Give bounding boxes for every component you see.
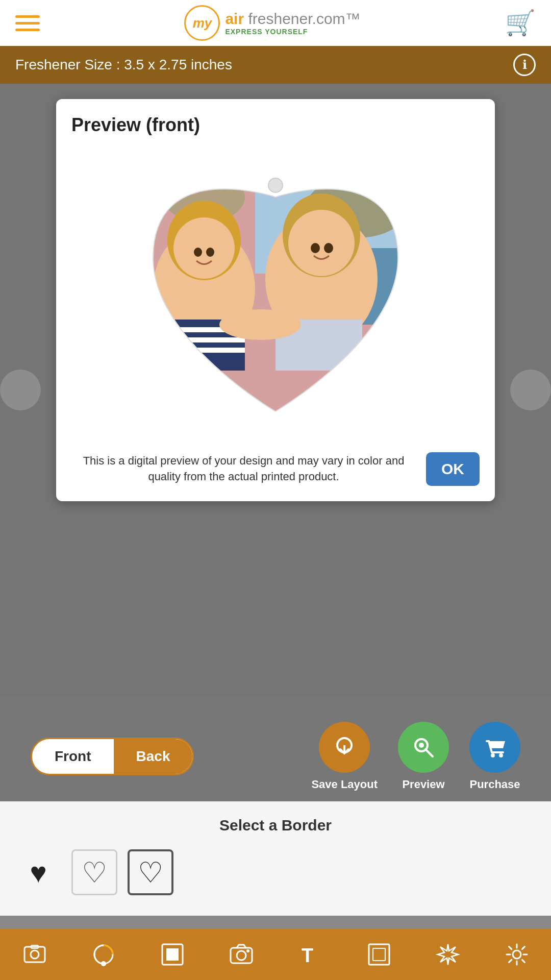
svg-point-38 [237, 951, 246, 960]
border-option-1[interactable]: ♥ [15, 849, 61, 895]
logo: my air freshener.com™ EXPRESS YOURSELF [184, 5, 360, 41]
purchase-button[interactable] [469, 722, 520, 773]
purchase-wrap: Purchase [469, 722, 520, 791]
preview-title: Preview (front) [71, 114, 480, 136]
nav-text[interactable]: T [297, 942, 323, 967]
svg-point-29 [499, 753, 503, 757]
svg-point-27 [419, 743, 424, 748]
svg-point-8 [173, 217, 235, 279]
select-border-title: Select a Border [15, 817, 536, 834]
main-area: Preview (front) [0, 84, 551, 696]
svg-point-21 [311, 243, 320, 253]
size-bar-text: Freshener Size : 3.5 x 2.75 inches [15, 57, 232, 73]
disclaimer-text: This is a digital preview of your design… [71, 453, 416, 485]
svg-text:T: T [302, 945, 313, 966]
back-button[interactable]: Back [114, 739, 193, 774]
border-option-2[interactable]: ♡ [71, 849, 117, 895]
svg-rect-36 [166, 948, 179, 961]
preview-button[interactable] [398, 722, 449, 773]
nav-effects[interactable] [435, 942, 461, 967]
action-buttons: Save Layout Preview [311, 722, 520, 791]
svg-point-18 [219, 309, 301, 340]
menu-button[interactable] [15, 15, 40, 31]
nav-settings[interactable] [504, 942, 530, 967]
svg-point-19 [194, 248, 202, 257]
bottom-toolbar: Front Back Save Layout [15, 712, 536, 791]
svg-rect-15 [163, 337, 245, 342]
ok-button[interactable]: OK [426, 452, 480, 486]
svg-rect-42 [373, 948, 385, 961]
size-label: Freshener Size [15, 57, 112, 72]
svg-point-12 [288, 210, 355, 276]
save-layout-button[interactable] [319, 722, 370, 773]
info-button[interactable]: ℹ [513, 54, 536, 76]
nav-camera[interactable] [229, 942, 254, 967]
preview-image-container [71, 146, 480, 442]
cart-button[interactable]: 🛒 [505, 9, 536, 37]
bottom-nav: T [0, 929, 551, 980]
header: my air freshener.com™ EXPRESS YOURSELF 🛒 [0, 0, 551, 46]
nav-shape[interactable] [160, 942, 185, 967]
preview-card: Preview (front) [56, 99, 495, 501]
save-layout-label: Save Layout [311, 778, 378, 791]
svg-point-31 [31, 950, 39, 959]
disclaimer-row: This is a digital preview of your design… [71, 452, 480, 486]
svg-point-20 [206, 248, 214, 257]
svg-point-28 [491, 753, 495, 757]
select-border-section: Select a Border ♥ ♡ ♡ [0, 801, 551, 916]
preview-label: Preview [402, 778, 444, 791]
svg-point-34 [101, 961, 106, 966]
nav-frame[interactable] [366, 942, 392, 967]
site-name: air freshener.com™ [225, 10, 360, 28]
logo-circle: my [184, 5, 220, 41]
border-options: ♥ ♡ ♡ [15, 844, 536, 900]
heart-shape [102, 146, 449, 442]
logo-my: my [193, 15, 212, 31]
svg-point-43 [513, 950, 521, 959]
svg-line-26 [425, 749, 433, 756]
nav-color[interactable] [91, 942, 116, 967]
border-option-3[interactable]: ♡ [128, 849, 173, 895]
front-back-toggle: Front Back [31, 738, 194, 775]
svg-rect-16 [163, 348, 245, 353]
save-layout-wrap: Save Layout [311, 722, 378, 791]
svg-point-22 [324, 243, 333, 253]
front-button[interactable]: Front [32, 739, 114, 774]
hang-hole [268, 178, 283, 193]
purchase-label: Purchase [469, 778, 520, 791]
size-bar: Freshener Size : 3.5 x 2.75 inches ℹ [0, 46, 551, 84]
svg-rect-41 [369, 944, 389, 965]
preview-wrap: Preview [398, 722, 449, 791]
logo-tagline: EXPRESS YOURSELF [225, 28, 360, 36]
nav-photo[interactable] [22, 942, 47, 967]
svg-point-39 [246, 949, 249, 952]
svg-rect-30 [24, 947, 45, 962]
size-value: 3.5 x 2.75 inches [124, 57, 232, 72]
